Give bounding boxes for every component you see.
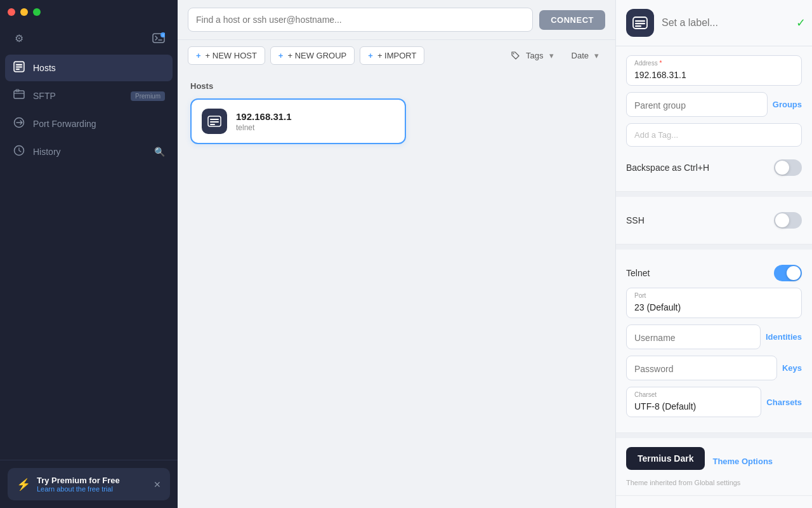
required-indicator: * (659, 60, 662, 67)
username-input[interactable] (634, 333, 752, 343)
right-panel: ✓ → Address * 192.168.31.1 Groups Add a … (615, 0, 812, 508)
host-card[interactable]: 192.168.31.1 telnet (190, 98, 406, 144)
password-field (626, 356, 777, 380)
sidebar-item-port-forwarding[interactable]: Port Forwarding (5, 110, 173, 137)
premium-banner-link[interactable]: Learn about the free trial (37, 485, 147, 493)
section-divider-2 (616, 244, 812, 250)
charset-value: UTF-8 (Default) (634, 401, 753, 411)
identities-link[interactable]: Identities (766, 332, 802, 342)
terminal-icon[interactable]: ! (150, 29, 167, 47)
sidebar-item-history[interactable]: History 🔍 (5, 138, 173, 165)
address-label: Address * (634, 60, 662, 67)
new-host-button[interactable]: + + NEW HOST (188, 46, 265, 65)
address-value: 192.168.31.1 (634, 70, 794, 80)
port-label: Port (634, 292, 646, 299)
parent-group-row: Groups (626, 92, 802, 117)
telnet-toggle[interactable] (774, 265, 802, 281)
minimize-button[interactable] (20, 8, 28, 16)
password-input[interactable] (634, 364, 769, 374)
charsets-link[interactable]: Charsets (766, 398, 802, 407)
backspace-toggle-row: Backspace as Ctrl+H (626, 153, 802, 182)
maximize-button[interactable] (33, 8, 41, 16)
ssh-section: SSH (616, 197, 812, 244)
svg-rect-17 (210, 124, 215, 125)
panel-header: ✓ → (616, 0, 812, 46)
telnet-label: Telnet (626, 268, 650, 278)
theme-note: Theme inherited from Global settings (626, 479, 802, 486)
theme-button[interactable]: Termius Dark (626, 447, 705, 470)
premium-banner-title: Try Premium for Free (37, 476, 147, 485)
keys-link[interactable]: Keys (782, 363, 802, 373)
address-section: Address * 192.168.31.1 Groups Add a Tag.… (616, 46, 812, 192)
history-search-icon[interactable]: 🔍 (154, 147, 165, 157)
svg-rect-16 (210, 121, 219, 123)
password-row: Keys (626, 356, 802, 380)
date-filter[interactable]: Date ▾ (565, 47, 605, 64)
theme-section: Termius Dark Theme Options Theme inherit… (616, 438, 812, 496)
charset-row: Charset UTF-8 (Default) Charsets (626, 387, 802, 417)
tag-field[interactable]: Add a Tag... (626, 123, 802, 147)
search-wrapper (188, 8, 533, 32)
username-field (626, 324, 761, 349)
tags-label: Tags (526, 51, 543, 60)
sidebar-item-sftp[interactable]: SFTP Premium (5, 83, 173, 109)
search-input[interactable] (196, 15, 525, 25)
new-group-button[interactable]: + + NEW GROUP (270, 46, 355, 65)
save-check-icon[interactable]: ✓ (796, 16, 806, 30)
premium-banner-text: Try Premium for Free Learn about the fre… (37, 476, 147, 493)
svg-rect-15 (210, 119, 219, 120)
parent-group-input[interactable] (634, 100, 759, 110)
svg-rect-7 (16, 67, 22, 68)
theme-options-link[interactable]: Theme Options (712, 457, 773, 466)
port-forwarding-icon (13, 117, 25, 131)
backspace-toggle[interactable] (774, 159, 802, 176)
section-divider-3 (616, 433, 812, 438)
sidebar-nav: Hosts SFTP Premium Port Forward (0, 52, 178, 460)
parent-group-field (626, 92, 768, 117)
premium-banner: ⚡ Try Premium for Free Learn about the f… (8, 468, 170, 500)
history-label: History (33, 147, 147, 157)
close-button[interactable] (8, 8, 15, 16)
plus-icon-3: + (368, 51, 373, 60)
panel-label-input[interactable] (662, 17, 789, 29)
hosts-section-title: Hosts (190, 81, 603, 91)
section-divider-1 (616, 192, 812, 197)
titlebar (0, 0, 178, 24)
svg-rect-19 (635, 20, 645, 22)
port-forwarding-label: Port Forwarding (33, 119, 165, 129)
charset-field: Charset UTF-8 (Default) (626, 387, 761, 417)
plus-icon: + (196, 51, 201, 60)
charset-label: Charset (634, 391, 657, 398)
groups-link[interactable]: Groups (773, 100, 802, 109)
ssh-toggle[interactable] (774, 212, 802, 229)
svg-rect-6 (16, 64, 22, 65)
ssh-toggle-row: SSH (626, 206, 802, 235)
host-card-name: 192.168.31.1 (236, 111, 395, 122)
backspace-toggle-knob (775, 161, 789, 175)
backspace-label: Backspace as Ctrl+H (626, 163, 709, 173)
settings-icon[interactable]: ⚙ (10, 29, 28, 47)
telnet-toggle-row: Telnet (626, 258, 802, 288)
sidebar-top: ⚙ ! (0, 24, 178, 52)
svg-rect-20 (635, 23, 645, 24)
main-content: CONNECT + + NEW HOST + + NEW GROUP + + I… (178, 0, 615, 508)
history-icon (13, 145, 25, 159)
top-bar: CONNECT (178, 0, 615, 40)
import-label: + IMPORT (377, 51, 417, 60)
premium-banner-close[interactable]: ✕ (154, 479, 161, 490)
ssh-toggle-knob (775, 213, 789, 227)
import-button[interactable]: + + IMPORT (360, 46, 424, 65)
sidebar-item-hosts[interactable]: Hosts (5, 55, 173, 81)
host-card-protocol: telnet (236, 123, 395, 132)
sftp-icon (13, 89, 25, 103)
tags-filter[interactable]: Tags ▾ (505, 47, 560, 64)
host-card-icon (202, 109, 227, 134)
panel-header-actions: ✓ → (796, 15, 812, 31)
ssh-label: SSH (626, 215, 645, 225)
telnet-section: Telnet Port 23 (Default) Identities Keys… (616, 250, 812, 433)
panel-host-icon (626, 9, 654, 37)
host-card-info: 192.168.31.1 telnet (236, 111, 395, 132)
port-value: 23 (Default) (634, 302, 794, 312)
svg-rect-9 (14, 91, 24, 98)
connect-button[interactable]: CONNECT (539, 10, 605, 30)
